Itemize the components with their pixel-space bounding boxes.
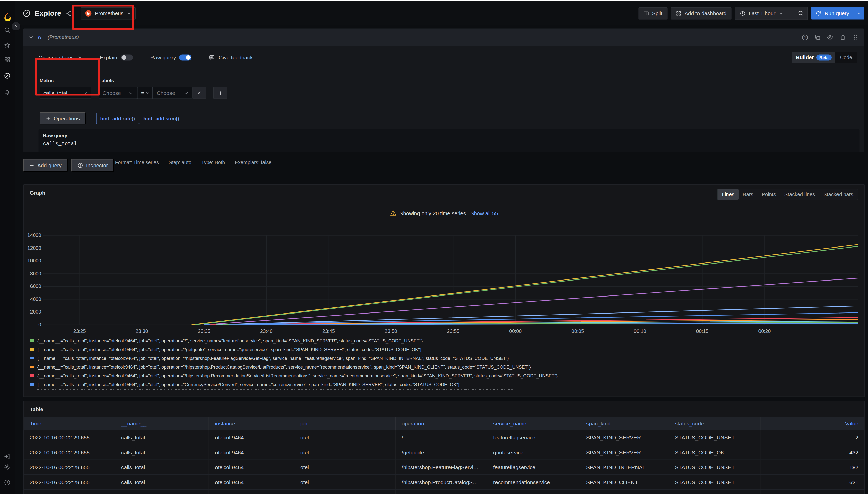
legend-item[interactable]: {__name__="calls_total", instance="otelc… — [30, 354, 861, 363]
graph-mode-tab-lines[interactable]: Lines — [718, 189, 738, 200]
table-cell: otel — [294, 430, 396, 445]
graph-mode-tab-stacked-bars[interactable]: Stacked bars — [819, 189, 857, 200]
add-to-dashboard-button[interactable]: Add to dashboard — [671, 7, 731, 20]
alerting-bell-icon[interactable] — [4, 89, 12, 96]
dashboards-icon[interactable] — [4, 56, 12, 64]
y-axis-tick-label: 8000 — [24, 271, 41, 277]
graph-mode-tab-stacked-lines[interactable]: Stacked lines — [780, 189, 819, 200]
table-cell: 2022-10-16 00:22:29.655 — [24, 430, 115, 445]
clock-icon — [740, 11, 746, 16]
table-header-cell[interactable]: status_code — [669, 417, 760, 430]
sign-in-icon[interactable] — [4, 453, 12, 461]
run-query-dropdown[interactable] — [854, 11, 865, 16]
table-cell: quoteservice — [487, 445, 580, 460]
sidebar: ? — [0, 1, 15, 494]
split-button[interactable]: Split — [638, 7, 667, 20]
legend-item[interactable]: {__name__="calls_total", instance="otelc… — [30, 372, 861, 380]
y-axis-tick-label: 4000 — [24, 296, 41, 302]
table-cell: STATUS_CODE_OK — [669, 445, 760, 460]
labels-field-label: Labels — [99, 78, 114, 83]
table-header-cell[interactable]: Value — [760, 417, 865, 430]
legend-item[interactable]: {__name__="calls_total", instance="otelc… — [30, 362, 861, 372]
builder-mode-tab[interactable]: Builder Beta — [792, 52, 835, 63]
explore-compass-icon[interactable] — [4, 72, 12, 80]
table-header-cell[interactable]: operation — [396, 417, 487, 430]
run-query-button[interactable]: Run query — [811, 7, 865, 20]
table-cell: 2022-10-16 00:22:29.655 — [24, 460, 115, 474]
x-axis-tick-label: 00:20 — [754, 328, 775, 334]
table-cell: calls_total — [115, 475, 209, 490]
sidebar-expand-button[interactable] — [12, 22, 21, 31]
code-mode-tab[interactable]: Code — [835, 52, 857, 63]
table-cell: 621 — [760, 490, 865, 494]
legend-item[interactable]: {__name__="calls_total", instance="otelc… — [30, 380, 861, 389]
grafana-logo-icon[interactable] — [3, 12, 12, 21]
raw-query-toggle[interactable] — [179, 54, 192, 60]
graph-legend: {__name__="calls_total", instance="otelc… — [30, 336, 861, 393]
query-editor-body: Query patterns Explain Raw query Give fe… — [23, 46, 864, 152]
table-header-cell[interactable]: Time — [24, 417, 115, 430]
table-cell: calls_total — [115, 460, 209, 474]
explore-compass-title-icon — [23, 9, 31, 18]
label-key-select[interactable]: Choose — [99, 87, 138, 99]
drag-grip-icon[interactable] — [852, 34, 859, 41]
x-axis-tick-label: 23:55 — [442, 328, 464, 334]
explain-toggle[interactable] — [121, 54, 133, 60]
legend-series-marker — [30, 348, 34, 351]
table-cell: otelcol:9464 — [209, 460, 294, 474]
table-cell: calls_total — [115, 430, 209, 445]
graph-mode-tab-points[interactable]: Points — [758, 189, 780, 200]
share-icon[interactable] — [65, 10, 72, 17]
chevron-down-icon — [77, 55, 82, 60]
query-patterns-dropdown[interactable]: Query patterns — [39, 54, 82, 60]
star-icon[interactable] — [4, 42, 12, 50]
settings-gear-icon[interactable] — [4, 464, 12, 471]
beta-badge: Beta — [816, 54, 832, 60]
page-title: Explore — [35, 9, 61, 18]
hide-query-eye-icon[interactable] — [827, 34, 834, 41]
legend-item[interactable]: {__name__="calls_total", instance="otelc… — [30, 336, 861, 345]
graph-mode-tab-bars[interactable]: Bars — [738, 189, 758, 200]
datasource-picker[interactable]: Prometheus — [81, 7, 136, 20]
add-label-filter-button[interactable] — [214, 87, 227, 99]
table-cell: /hipstershop.ProductCatalogS… — [396, 475, 487, 490]
help-circle-icon[interactable]: ? — [802, 34, 809, 41]
table-cell: calls_total — [115, 490, 209, 494]
table-cell: STATUS_CODE_UNSET — [669, 475, 760, 490]
inspector-button[interactable]: Inspector — [71, 159, 114, 172]
add-operations-button[interactable]: Operations — [40, 112, 86, 125]
query-row-header[interactable]: A (Prometheus) ? — [23, 29, 864, 46]
y-axis-tick-label: 14000 — [24, 232, 41, 238]
help-icon[interactable]: ? — [4, 479, 12, 487]
show-all-series-link[interactable]: Show all 55 — [471, 210, 498, 216]
raw-query-toggle-label: Raw query — [150, 54, 176, 60]
time-range-picker[interactable]: Last 1 hour — [735, 7, 788, 20]
table-cell: 2022-10-16 00:22:29.655 — [24, 490, 115, 494]
table-header-cell[interactable]: job — [294, 417, 396, 430]
zoom-out-time-button[interactable] — [795, 7, 808, 20]
collapse-chevron-icon[interactable] — [29, 35, 34, 40]
label-value-select[interactable]: Choose — [153, 87, 193, 99]
delete-query-trash-icon[interactable] — [839, 34, 846, 41]
add-query-button[interactable]: Add query — [23, 159, 68, 172]
table-header-cell[interactable]: span_kind — [580, 417, 669, 430]
table-panel-title: Table — [30, 406, 43, 413]
legend-item[interactable]: {__name__="calls_total", instance="otelc… — [30, 345, 861, 354]
table-body: 2022-10-16 00:22:29.655calls_totalotelco… — [24, 430, 865, 494]
query-hint-button[interactable]: hint: add rate() — [96, 113, 139, 124]
search-icon[interactable] — [4, 27, 12, 34]
legend-series-label: {__name__="calls_total", instance="otelc… — [37, 347, 421, 352]
table-header-cell[interactable]: instance — [209, 417, 294, 430]
table-header-cell[interactable]: __name__ — [115, 417, 209, 430]
give-feedback-link[interactable]: Give feedback — [209, 54, 253, 60]
table-header-cell[interactable]: service_name — [487, 417, 580, 430]
search-minus-icon — [798, 11, 804, 17]
copy-query-icon[interactable] — [814, 34, 821, 41]
query-hint-button[interactable]: hint: add sum() — [139, 113, 183, 124]
graph-canvas[interactable] — [43, 231, 858, 329]
chevron-down-icon — [857, 11, 862, 16]
metric-select[interactable]: calls_total — [40, 87, 91, 99]
graph-series-line — [192, 245, 858, 325]
label-operator-select[interactable]: = — [137, 87, 153, 99]
remove-label-filter-button[interactable] — [193, 87, 206, 99]
